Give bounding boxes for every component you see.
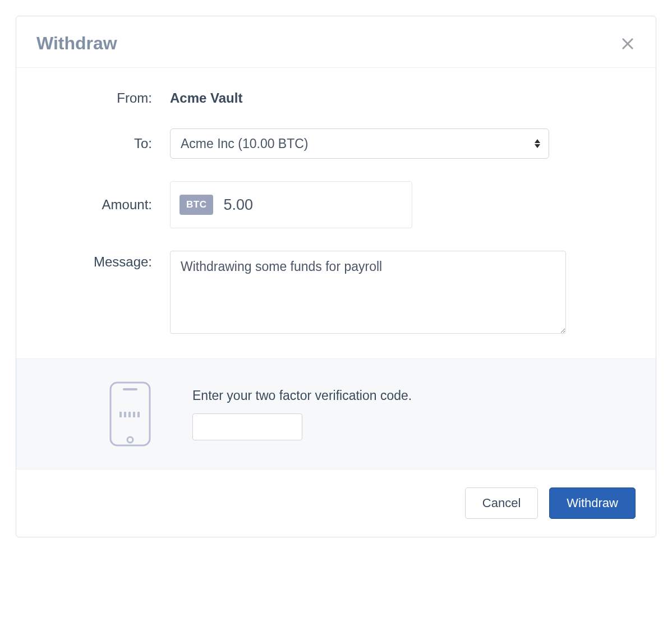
from-value: Acme Vault bbox=[170, 90, 636, 106]
modal-body: From: Acme Vault To: Acme Inc (10.00 BTC… bbox=[16, 68, 656, 358]
message-label: Message: bbox=[36, 251, 170, 270]
withdraw-modal: Withdraw From: Acme Vault To: Acme Inc (… bbox=[16, 16, 656, 537]
to-label: To: bbox=[36, 136, 170, 151]
amount-input-group: BTC bbox=[170, 181, 412, 228]
svg-point-6 bbox=[127, 437, 133, 443]
to-select[interactable]: Acme Inc (10.00 BTC) bbox=[170, 128, 549, 159]
verification-label: Enter your two factor verification code. bbox=[192, 388, 636, 403]
close-button[interactable] bbox=[620, 36, 636, 52]
amount-label: Amount: bbox=[36, 197, 170, 213]
currency-badge: BTC bbox=[179, 195, 213, 215]
message-textarea[interactable] bbox=[170, 251, 566, 334]
from-row: From: Acme Vault bbox=[36, 90, 636, 106]
to-row: To: Acme Inc (10.00 BTC) bbox=[36, 128, 636, 159]
cancel-button[interactable]: Cancel bbox=[465, 487, 538, 519]
to-select-wrap: Acme Inc (10.00 BTC) bbox=[170, 128, 549, 159]
close-icon bbox=[620, 36, 636, 52]
message-row: Message: bbox=[36, 251, 636, 336]
withdraw-button[interactable]: Withdraw bbox=[549, 487, 636, 519]
phone-icon bbox=[108, 380, 152, 448]
modal-title: Withdraw bbox=[36, 33, 117, 54]
verification-code-input[interactable] bbox=[192, 413, 302, 440]
amount-row: Amount: BTC bbox=[36, 181, 636, 228]
from-label: From: bbox=[36, 90, 170, 106]
modal-footer: Cancel Withdraw bbox=[16, 470, 656, 537]
modal-header: Withdraw bbox=[16, 16, 656, 68]
verification-section: Enter your two factor verification code. bbox=[16, 358, 656, 470]
amount-input[interactable] bbox=[223, 196, 413, 214]
